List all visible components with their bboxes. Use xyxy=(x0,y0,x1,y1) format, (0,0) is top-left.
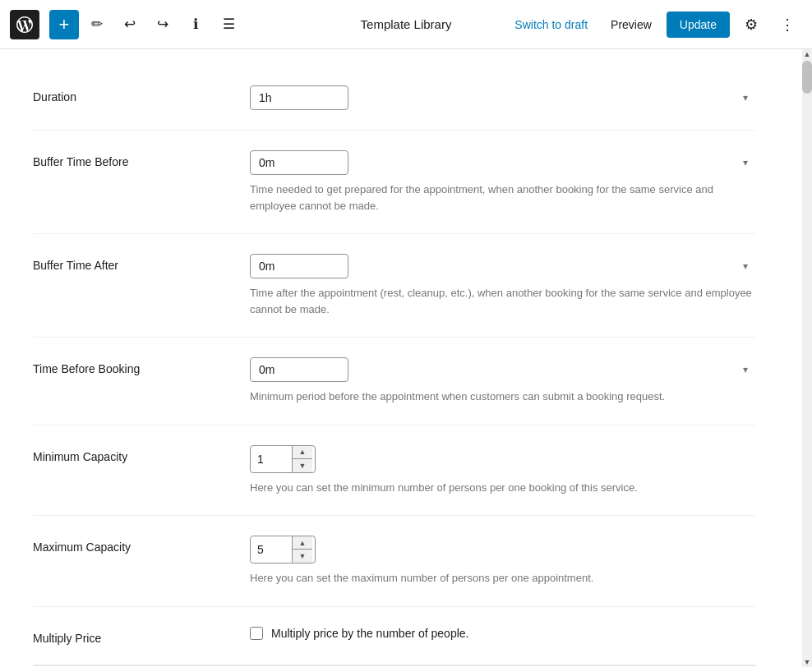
buffer-time-after-label: Buffer Time After xyxy=(33,254,230,272)
duration-select[interactable]: 1h xyxy=(250,85,348,110)
maximum-capacity-row: Maximum Capacity ▲ ▼ Here you can set th… xyxy=(33,516,756,607)
buffer-time-before-arrow: ▾ xyxy=(743,157,748,168)
duration-content: 1h ▾ xyxy=(250,85,756,110)
toolbar-right: Switch to draft Preview Update ⚙ ⋮ xyxy=(506,10,802,39)
duration-select-wrap: 1h ▾ xyxy=(250,85,756,110)
buffer-time-before-label: Buffer Time Before xyxy=(33,150,230,168)
toolbar-title: Template Library xyxy=(361,17,452,31)
minimum-capacity-input-wrap: ▲ ▼ xyxy=(250,445,316,473)
multiply-price-label: Multiply Price xyxy=(33,627,230,645)
time-before-booking-desc: Minimum period before the appointment wh… xyxy=(250,389,756,405)
duration-row: Duration 1h ▾ xyxy=(33,66,756,131)
buffer-time-after-select[interactable]: 0m xyxy=(250,254,348,278)
buffer-time-before-desc: Time needed to get prepared for the appo… xyxy=(250,182,756,214)
buffer-time-before-content: 0m ▾ Time needed to get prepared for the… xyxy=(250,150,756,214)
edit-icon: ✏ xyxy=(91,16,103,33)
minimum-capacity-input[interactable] xyxy=(251,448,292,471)
duration-label: Duration xyxy=(33,85,230,104)
preview-button[interactable]: Preview xyxy=(602,13,660,36)
maximum-capacity-content: ▲ ▼ Here you can set the maximum number … xyxy=(250,536,756,586)
buffer-time-after-desc: Time after the appointment (rest, cleanu… xyxy=(250,285,756,317)
undo-icon: ↩ xyxy=(124,16,136,33)
scrollbar-down-arrow[interactable]: ▼ xyxy=(802,657,812,667)
multiply-price-content: Multiply price by the number of people. xyxy=(250,627,756,640)
main-content: Duration 1h ▾ Buffer Time Before 0m ▾ Ti… xyxy=(0,49,789,667)
buffer-time-before-select[interactable]: 0m xyxy=(250,150,348,175)
scrollbar-up-arrow[interactable]: ▲ xyxy=(802,49,812,59)
maximum-capacity-label: Maximum Capacity xyxy=(33,536,230,554)
buffer-time-after-content: 0m ▾ Time after the appointment (rest, c… xyxy=(250,254,756,317)
time-before-booking-select[interactable]: 0m xyxy=(250,357,348,382)
buffer-time-after-row: Buffer Time After 0m ▾ Time after the ap… xyxy=(33,234,756,338)
buffer-time-before-select-wrap: 0m ▾ xyxy=(250,150,756,175)
maximum-capacity-input[interactable] xyxy=(251,538,292,561)
scrollbar-thumb[interactable] xyxy=(802,61,812,94)
add-button[interactable]: + xyxy=(49,10,79,39)
info-icon: ℹ xyxy=(193,16,198,33)
redo-button[interactable]: ↪ xyxy=(148,10,178,39)
wp-logo-icon xyxy=(16,16,33,33)
minimum-capacity-desc: Here you can set the minimum number of p… xyxy=(250,480,756,496)
maximum-capacity-input-wrap: ▲ ▼ xyxy=(250,536,316,564)
minimum-capacity-row: Minimum Capacity ▲ ▼ Here you can set th… xyxy=(33,426,756,517)
minimum-capacity-label: Minimum Capacity xyxy=(33,445,230,463)
time-before-booking-arrow: ▾ xyxy=(743,364,748,375)
multiply-price-checkbox-label: Multiply price by the number of people. xyxy=(271,627,468,640)
minimum-capacity-content: ▲ ▼ Here you can set the minimum number … xyxy=(250,445,756,496)
switch-to-draft-button[interactable]: Switch to draft xyxy=(506,13,596,36)
list-icon: ☰ xyxy=(223,16,235,33)
wp-logo xyxy=(10,10,39,39)
list-button[interactable]: ☰ xyxy=(214,10,243,39)
multiply-price-checkbox-row: Multiply price by the number of people. xyxy=(250,627,756,640)
multiply-price-row: Multiply Price Multiply price by the num… xyxy=(33,607,756,665)
update-button[interactable]: Update xyxy=(667,12,730,38)
maximum-capacity-decrement[interactable]: ▼ xyxy=(293,550,312,563)
buffer-time-after-arrow: ▾ xyxy=(743,260,748,272)
settings-icon: ⚙ xyxy=(745,16,758,34)
maximum-capacity-increment[interactable]: ▲ xyxy=(293,536,312,550)
redo-icon: ↪ xyxy=(157,16,168,33)
toolbar: + ✏ ↩ ↪ ℹ ☰ Template Library Switch to d… xyxy=(0,0,812,49)
scrollbar[interactable]: ▲ ▼ xyxy=(802,49,812,667)
time-before-booking-select-wrap: 0m ▾ xyxy=(250,357,756,382)
multiply-price-checkbox[interactable] xyxy=(250,627,263,640)
edit-button[interactable]: ✏ xyxy=(82,10,112,39)
time-before-booking-content: 0m ▾ Minimum period before the appointme… xyxy=(250,357,756,405)
more-options-button[interactable]: ⋮ xyxy=(773,10,802,39)
time-before-booking-row: Time Before Booking 0m ▾ Minimum period … xyxy=(33,338,756,426)
maximum-capacity-desc: Here you can set the maximum number of p… xyxy=(250,570,756,586)
info-button[interactable]: ℹ xyxy=(181,10,210,39)
minimum-capacity-spinners: ▲ ▼ xyxy=(292,446,312,472)
buffer-time-after-select-wrap: 0m ▾ xyxy=(250,254,756,278)
minimum-capacity-decrement[interactable]: ▼ xyxy=(293,459,312,472)
minimum-capacity-increment[interactable]: ▲ xyxy=(293,446,312,459)
more-options-icon: ⋮ xyxy=(780,16,795,34)
undo-button[interactable]: ↩ xyxy=(115,10,145,39)
duration-select-arrow: ▾ xyxy=(743,92,748,104)
buffer-time-before-row: Buffer Time Before 0m ▾ Time needed to g… xyxy=(33,131,756,234)
maximum-capacity-spinners: ▲ ▼ xyxy=(292,536,312,563)
settings-button[interactable]: ⚙ xyxy=(736,10,766,39)
time-before-booking-label: Time Before Booking xyxy=(33,357,230,375)
